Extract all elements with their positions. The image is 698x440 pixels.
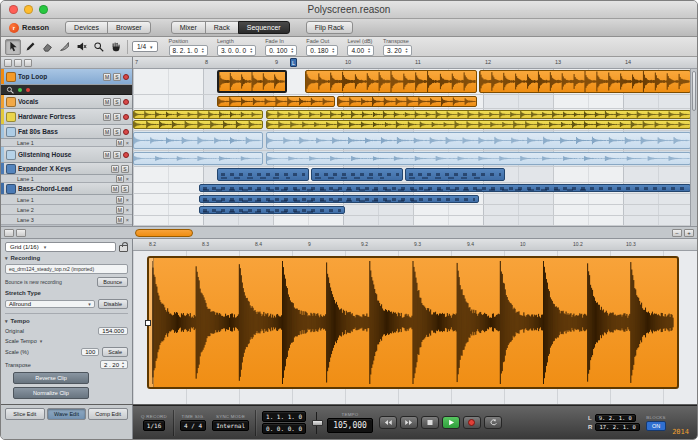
length-value[interactable]: 3. 0. 0. 0▴▾ (217, 45, 256, 56)
lane-row[interactable]: Lane 1 M × (1, 175, 132, 183)
midi-clip[interactable] (199, 195, 479, 203)
wave-edit-button[interactable]: Wave Edit (47, 408, 87, 420)
audio-clip[interactable] (266, 152, 691, 165)
clip-edge-marker[interactable] (145, 320, 151, 326)
snap-value-dropdown[interactable]: 1/4 ▾ (132, 41, 158, 52)
magnify-tool[interactable] (90, 39, 106, 55)
normalize-clip-button[interactable]: Normalize Clip (13, 387, 89, 399)
audio-clip[interactable] (133, 110, 263, 119)
zoom-in-button[interactable]: + (684, 229, 694, 237)
mute-button[interactable]: M (103, 113, 111, 121)
stepper-icon[interactable]: ▴▾ (291, 47, 293, 54)
right-locator-value[interactable]: 17. 2. 1. 0 (595, 423, 639, 431)
track-tool-icon[interactable] (24, 59, 32, 67)
lane-row[interactable]: Lane 1 M × (1, 139, 132, 147)
blocks-on-button[interactable]: ON (646, 421, 666, 431)
record-arm-button[interactable] (123, 99, 129, 105)
tempo-value[interactable]: 105,000 (327, 418, 373, 433)
lane-close-icon[interactable]: × (126, 140, 129, 146)
audio-clip[interactable] (217, 96, 335, 107)
audio-clip[interactable] (133, 120, 263, 129)
record-arm-button[interactable] (123, 114, 129, 120)
mute-tool[interactable] (73, 39, 89, 55)
editor-ruler[interactable]: 8.2 8.3 8.4 9 9.2 9.3 9.4 10 10.2 10.3 (133, 239, 697, 251)
vertical-scrollbar[interactable] (690, 69, 697, 226)
audio-clip[interactable] (266, 110, 691, 119)
audio-clip[interactable] (337, 96, 477, 107)
tempo-section-header[interactable]: ▾ Tempo (5, 318, 128, 324)
arrange-row-bcl-lane1[interactable] (133, 183, 697, 194)
pencil-tool[interactable] (22, 39, 38, 55)
track-hardware-fortress[interactable]: Hardware Fortress M S (1, 109, 132, 125)
audio-clip[interactable] (479, 70, 691, 93)
solo-button[interactable]: S (113, 113, 121, 121)
record-button[interactable] (463, 416, 481, 429)
solo-button[interactable]: S (121, 185, 129, 193)
lane-mute-button[interactable]: M (116, 175, 124, 183)
audio-clip[interactable] (266, 120, 691, 129)
midi-clip[interactable] (199, 184, 691, 192)
recording-section-header[interactable]: ▾ Recording (5, 255, 128, 261)
search-icon[interactable] (6, 86, 14, 94)
stepper-icon[interactable]: ▴▾ (368, 47, 370, 54)
stepper-icon[interactable]: ▴▾ (202, 47, 204, 54)
lane-close-icon[interactable]: × (126, 197, 129, 203)
mute-button[interactable]: M (103, 73, 111, 81)
mute-button[interactable]: M (103, 98, 111, 106)
left-locator-value[interactable]: 9. 2. 1. 0 (595, 414, 636, 422)
scroll-button[interactable] (4, 229, 14, 237)
audio-clip[interactable] (133, 132, 263, 149)
timesig-value[interactable]: 4 / 4 (180, 420, 206, 431)
zoom-out-button[interactable]: − (672, 229, 682, 237)
record-arm-button[interactable] (123, 74, 129, 80)
midi-clip[interactable] (405, 168, 505, 181)
mute-button[interactable]: M (111, 185, 119, 193)
clip-transpose-value[interactable]: 2 . 20 ▴▾ (100, 360, 128, 369)
mute-button[interactable]: M (111, 165, 119, 173)
arrange-row-expander-x-keys[interactable] (133, 167, 697, 183)
minimize-window-button[interactable] (24, 5, 33, 14)
sequencer-button[interactable]: Sequencer (238, 21, 290, 34)
solo-button[interactable]: S (121, 165, 129, 173)
vertical-scrollbar-handle[interactable] (692, 71, 696, 111)
lane-row[interactable]: Lane 2 M × (1, 205, 132, 215)
left-locator-flag[interactable]: L (290, 58, 297, 67)
lane-mute-button[interactable]: M (116, 139, 124, 147)
solo-button[interactable]: S (113, 128, 121, 136)
mute-button[interactable]: M (103, 128, 111, 136)
arrange-row-glistening-house[interactable] (133, 151, 697, 167)
razor-tool[interactable] (56, 39, 72, 55)
scale-pct-value[interactable]: 100 (81, 348, 99, 356)
track-top-loop[interactable]: Top Loop M S (1, 69, 132, 85)
waveform-editor[interactable]: 8.2 8.3 8.4 9 9.2 9.3 9.4 10 10.2 10.3 (133, 239, 697, 404)
mixer-button[interactable]: Mixer (171, 21, 206, 34)
solo-button[interactable]: S (113, 151, 121, 159)
flip-rack-button[interactable]: Flip Rack (306, 21, 353, 34)
scale-button[interactable]: Scale (102, 347, 128, 357)
comp-edit-button[interactable]: Comp Edit (88, 408, 128, 420)
audio-clip-selected[interactable] (217, 70, 287, 93)
stop-button[interactable] (421, 416, 439, 429)
record-arm-button[interactable] (123, 129, 129, 135)
editor-audio-clip[interactable] (147, 256, 679, 389)
slice-edit-button[interactable]: Slice Edit (5, 408, 45, 420)
grid-dropdown[interactable]: Grid (1/16) ▾ (5, 242, 116, 252)
lane-mute-button[interactable]: M (116, 206, 124, 214)
tempo-fader[interactable] (312, 411, 321, 435)
track-fat-80s-bass[interactable]: Fat 80s Bass M S (1, 125, 132, 139)
devices-button[interactable]: Devices (65, 21, 108, 34)
lane-close-icon[interactable]: × (126, 176, 129, 182)
audio-clip[interactable] (305, 70, 477, 93)
browser-button[interactable]: Browser (107, 21, 151, 34)
rack-button[interactable]: Rack (205, 21, 239, 34)
track-expander-x-keys[interactable]: Expander X Keys M S (1, 163, 132, 175)
audio-clip[interactable] (133, 152, 263, 165)
scale-tempo-label[interactable]: Scale Tempo (5, 338, 37, 344)
track-tool-icon[interactable] (4, 59, 12, 67)
hand-tool[interactable] (107, 39, 123, 55)
track-tool-icon[interactable] (14, 59, 22, 67)
arrange-row-empty[interactable] (133, 216, 697, 226)
transpose-value[interactable]: 3. 20▴▾ (383, 45, 411, 56)
sync-value[interactable]: Internal (212, 420, 249, 431)
level-value[interactable]: 4.00▴▾ (347, 45, 374, 56)
